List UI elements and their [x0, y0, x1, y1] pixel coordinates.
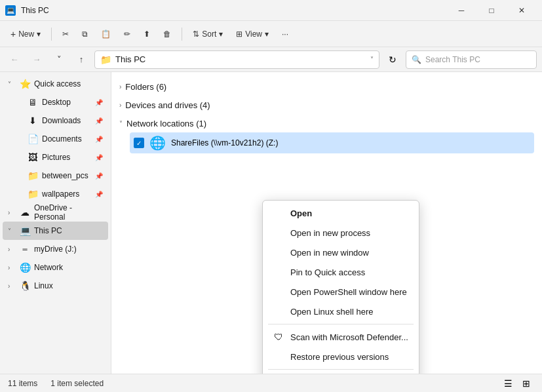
ctx-open-label: Open — [290, 208, 312, 218]
between-pcs-icon: 📁 — [28, 170, 38, 181]
search-box[interactable]: 🔍 Search This PC — [406, 50, 537, 69]
ctx-restore-versions-label: Restore previous versions — [290, 352, 389, 362]
sidebar-item-this-pc[interactable]: ˅ 💻 This PC — [3, 222, 108, 240]
path-folder-icon: 📁 — [100, 54, 111, 65]
sidebar-item-documents[interactable]: 📄 Documents 📌 — [10, 130, 108, 148]
new-icon: + — [10, 29, 16, 39]
sharefiles-item[interactable]: ✓ 🌐 ShareFiles (\\vm-10v21h2) (Z:) — [130, 132, 534, 153]
close-button[interactable]: ✕ — [507, 0, 537, 21]
sharefiles-checkbox[interactable]: ✓ — [134, 138, 144, 148]
share-button[interactable]: ⬆ — [138, 25, 155, 43]
delete-button[interactable]: 🗑 — [158, 25, 176, 43]
folders-arrow: › — [119, 83, 121, 90]
path-text: This PC — [115, 54, 145, 64]
pin-icon-pictures: 📌 — [95, 154, 103, 161]
star-icon: ⭐ — [20, 79, 30, 89]
view-button[interactable]: ⊞ View ▾ — [231, 25, 274, 43]
rename-button[interactable]: ✏ — [119, 25, 136, 43]
sidebar-item-quick-access[interactable]: ˅ ⭐ Quick access — [3, 75, 108, 93]
cut-button[interactable]: ✂ — [57, 25, 74, 43]
sidebar-item-mydrive[interactable]: › ═ myDrive (J:) — [3, 240, 108, 258]
sidebar-item-network[interactable]: › 🌐 Network — [3, 258, 108, 277]
new-button[interactable]: + New ▾ — [5, 25, 46, 43]
linux-arrow: › — [8, 283, 16, 290]
sidebar-item-pictures[interactable]: 🖼 Pictures 📌 — [10, 148, 108, 167]
ctx-open[interactable]: Open — [263, 203, 419, 223]
sharefiles-icon: 🌐 — [149, 135, 166, 151]
address-path[interactable]: 📁 This PC ˅ — [94, 50, 379, 69]
ctx-open-window[interactable]: Open in new window — [263, 243, 419, 262]
sidebar-item-linux[interactable]: › 🐧 Linux — [3, 277, 108, 295]
title-bar: 💻 This PC ─ □ ✕ — [0, 0, 542, 21]
sidebar-item-desktop[interactable]: 🖥 Desktop 📌 — [10, 93, 108, 111]
pin-icon-documents: 📌 — [95, 136, 103, 143]
list-view-button[interactable]: ☰ — [500, 376, 516, 391]
sort-icon: ⇅ — [193, 29, 199, 39]
view-arrow: ▾ — [265, 29, 269, 39]
network-locations-content: ✓ 🌐 ShareFiles (\\vm-10v21h2) (Z:) — [119, 132, 534, 153]
pin-icon-desktop: 📌 — [95, 99, 103, 106]
ctx-scan-defender[interactable]: 🛡 Scan with Microsoft Defender... — [263, 327, 419, 347]
network-arrow: › — [8, 264, 16, 271]
ctx-sep-2 — [268, 369, 414, 370]
sharefiles-name: ShareFiles (\\vm-10v21h2) (Z:) — [171, 138, 530, 147]
forward-button[interactable]: → — [28, 50, 46, 69]
this-pc-icon: 💻 — [20, 225, 30, 236]
back-button[interactable]: ← — [5, 50, 24, 69]
new-arrow: ▾ — [37, 29, 41, 39]
more-button[interactable]: ··· — [277, 25, 294, 43]
network-locations-label: Network locations (1) — [126, 119, 206, 128]
paste-button[interactable]: 📋 — [96, 25, 116, 43]
sidebar-item-between-pcs[interactable]: 📁 between_pcs 📌 — [10, 167, 108, 185]
ctx-open-powershell-label: Open PowerShell window here — [290, 287, 407, 297]
linux-icon: 🐧 — [20, 281, 30, 291]
dropdown-button[interactable]: ˅ — [50, 50, 68, 69]
ctx-open-process[interactable]: Open in new process — [263, 223, 419, 243]
address-bar: ← → ˅ ↑ 📁 This PC ˅ ↻ 🔍 Search This PC — [0, 47, 542, 72]
sort-arrow: ▾ — [219, 29, 223, 39]
maximize-button[interactable]: □ — [476, 0, 507, 21]
up-button[interactable]: ↑ — [72, 50, 90, 69]
window-controls: ─ □ ✕ — [446, 0, 537, 21]
ctx-always-offline[interactable]: Always available offline — [263, 372, 419, 374]
share-icon: ⬆ — [144, 29, 150, 39]
pin-icon-wallpapers: 📌 — [95, 191, 103, 198]
sidebar: ˅ ⭐ Quick access 🖥 Desktop 📌 ⬇ Downloads… — [0, 72, 111, 374]
ctx-sep-1 — [268, 324, 414, 324]
ctx-open-linux[interactable]: Open Linux shell here — [263, 302, 419, 321]
refresh-button[interactable]: ↻ — [383, 50, 402, 69]
copy-button[interactable]: ⧉ — [77, 25, 93, 43]
sort-button[interactable]: ⇅ Sort ▾ — [187, 25, 228, 43]
minimize-button[interactable]: ─ — [446, 0, 476, 21]
grid-view-button[interactable]: ⊞ — [518, 376, 534, 391]
quick-access-section: 🖥 Desktop 📌 ⬇ Downloads 📌 📄 Documents 📌 … — [0, 93, 111, 203]
ctx-restore-versions[interactable]: Restore previous versions — [263, 347, 419, 366]
pin-icon-downloads: 📌 — [95, 117, 103, 125]
ctx-pin-quick-label: Pin to Quick access — [290, 267, 365, 277]
pin-icon-between-pcs: 📌 — [95, 172, 103, 180]
cut-icon: ✂ — [62, 29, 69, 39]
pictures-icon: 🖼 — [28, 152, 38, 163]
ctx-open-window-label: Open in new window — [290, 248, 369, 258]
ctx-open-powershell[interactable]: Open PowerShell window here — [263, 282, 419, 302]
quick-access-arrow: ˅ — [8, 81, 16, 88]
devices-label: Devices and drives (4) — [125, 100, 210, 110]
toolbar-sep-1 — [51, 28, 52, 41]
ctx-open-linux-label: Open Linux shell here — [290, 307, 373, 317]
network-locations-arrow: ˅ — [119, 120, 123, 127]
view-icon: ⊞ — [236, 29, 242, 39]
ctx-open-process-label: Open in new process — [290, 228, 370, 238]
network-locations-section-header[interactable]: ˅ Network locations (1) — [119, 114, 534, 132]
sidebar-item-onedrive[interactable]: › ☁ OneDrive - Personal — [3, 203, 108, 222]
ctx-pin-quick[interactable]: Pin to Quick access — [263, 262, 419, 282]
onedrive-icon: ☁ — [20, 207, 30, 218]
sidebar-item-downloads[interactable]: ⬇ Downloads 📌 — [10, 111, 108, 130]
sidebar-item-wallpapers[interactable]: 📁 wallpapers 📌 — [10, 185, 108, 203]
context-menu: Open Open in new process Open in new win… — [262, 200, 419, 374]
network-icon: 🌐 — [20, 262, 30, 273]
ctx-scan-defender-label: Scan with Microsoft Defender... — [290, 332, 408, 342]
folders-section-header[interactable]: › Folders (6) — [119, 77, 534, 96]
devices-section-header[interactable]: › Devices and drives (4) — [119, 96, 534, 114]
item-count: 11 items — [8, 379, 37, 388]
view-controls: ☰ ⊞ — [500, 376, 534, 391]
